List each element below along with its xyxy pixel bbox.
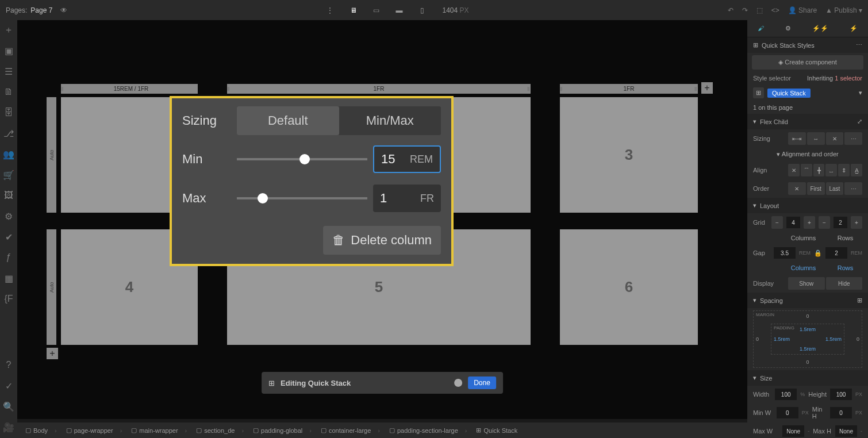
margin-left[interactable]: 0 [756, 336, 759, 342]
create-component-button[interactable]: ◈ Create component [752, 55, 863, 70]
crumb-quick-stack[interactable]: ⊞ Quick Stack [471, 427, 529, 434]
min-slider[interactable] [237, 158, 367, 160]
undo-icon[interactable]: ↶ [728, 6, 733, 14]
height-input[interactable] [830, 389, 852, 400]
crumb-main-wrapper[interactable]: ▢ main-wrapper [126, 427, 191, 434]
max-value-input[interactable]: 1 FR [373, 185, 441, 212]
spacing-box[interactable]: MARGIN 0 0 0 0 PADDING 1.5rem 1.5rem 1.5… [753, 310, 862, 368]
search-icon[interactable]: 🔍 [2, 400, 15, 413]
align-none-button[interactable]: ✕ [788, 164, 800, 176]
publish-button[interactable]: ▲ Publish ▾ [825, 6, 862, 14]
alignment-order-toggle[interactable]: ▾ Alignment and order [777, 151, 839, 158]
order-none-button[interactable]: ✕ [788, 182, 806, 195]
brush-icon[interactable]: 🖌 [758, 25, 764, 32]
variables-icon[interactable]: ƒ [2, 251, 15, 264]
margin-right[interactable]: 0 [857, 336, 859, 342]
gap-col-input[interactable] [774, 247, 796, 259]
cols-minus-button[interactable]: − [771, 216, 783, 229]
audit-icon[interactable]: ✔ [2, 230, 15, 243]
crumb-container-large[interactable]: ▢ container-large [316, 427, 385, 434]
sizing-more-button[interactable]: ⋯ [844, 132, 862, 145]
row-handle-2[interactable]: Auto [47, 229, 56, 345]
more-icon[interactable]: ⋯ [856, 41, 862, 49]
toggle-icon[interactable] [454, 379, 462, 387]
rows-input[interactable] [834, 217, 847, 228]
display-show-button[interactable]: Show [788, 277, 825, 290]
selector-dropdown-icon[interactable]: ▾ [859, 89, 862, 97]
crumb-padding-section[interactable]: ▢ padding-section-large [385, 427, 471, 434]
pages-dropdown[interactable]: Pages: Page 7 👁 [6, 6, 67, 14]
tab-minmax[interactable]: Min/Max [339, 106, 441, 135]
tablet-landscape-icon[interactable]: ▬ [394, 6, 405, 15]
users-icon[interactable]: 👥 [2, 148, 15, 160]
box-icon[interactable]: ▣ [2, 44, 15, 57]
tablet-icon[interactable]: ▭ [371, 6, 382, 15]
align-start-button[interactable]: ⎴ [801, 164, 812, 176]
pages-icon[interactable]: 🗎 [2, 86, 15, 98]
crumb-page-wrapper[interactable]: ▢ page-wrapper [62, 427, 127, 434]
settings-icon[interactable]: ⚙ [2, 210, 15, 222]
maxw-input[interactable] [782, 425, 804, 437]
crumb-body[interactable]: ▢ Body [21, 427, 62, 434]
interactions-icon[interactable]: ⚡⚡ [812, 25, 828, 32]
col-header-1[interactable]: ⦀15REM / 1FR [61, 84, 198, 94]
crumb-section[interactable]: ▢ section_de [191, 427, 248, 434]
order-more-button[interactable]: ⋯ [844, 182, 862, 195]
effects-icon[interactable]: ⚡ [850, 25, 858, 32]
help-icon[interactable]: ? [2, 359, 15, 371]
delete-column-button[interactable]: 🗑 Delete column [323, 226, 441, 255]
flex-child-section[interactable]: ▾ Flex Child⤢ [747, 114, 868, 129]
tab-default[interactable]: Default [237, 106, 339, 135]
col-header-2[interactable]: ⦀1FR⦀ [227, 84, 531, 94]
add-column-button[interactable]: + [701, 82, 713, 94]
minw-input[interactable] [777, 407, 798, 418]
min-slider-thumb[interactable] [299, 154, 310, 164]
max-slider-thumb[interactable] [258, 193, 268, 203]
mobile-icon[interactable]: ▯ [417, 6, 428, 15]
padding-top[interactable]: 1.5rem [800, 326, 816, 332]
align-baseline-button[interactable]: A̲ [851, 164, 862, 176]
gear-icon[interactable]: ⚙ [785, 25, 791, 32]
columns-input[interactable] [786, 217, 800, 228]
order-last-button[interactable]: Last [826, 182, 844, 195]
cols-plus-button[interactable]: + [804, 216, 815, 229]
crumb-padding-global[interactable]: ▢ padding-global [248, 427, 316, 434]
align-end-button[interactable]: ⎵ [825, 164, 837, 176]
rows-plus-button[interactable]: + [851, 216, 862, 229]
assets-icon[interactable]: 🖼 [2, 189, 15, 202]
video-icon[interactable]: 🎥 [2, 421, 15, 433]
lock-icon[interactable]: 🔒 [814, 249, 822, 257]
max-slider[interactable] [237, 197, 367, 199]
min-value-input[interactable]: 15 REM [373, 145, 441, 173]
navigator-icon[interactable]: ☰ [2, 65, 15, 78]
rows-minus-button[interactable]: − [819, 216, 830, 229]
sizing-grow-button[interactable]: ↔ [807, 132, 825, 145]
align-center-button[interactable]: ╋ [813, 164, 825, 176]
margin-bottom[interactable]: 0 [806, 359, 809, 365]
redo-icon[interactable]: ↷ [742, 6, 748, 14]
row-handle-1[interactable]: Auto [47, 97, 56, 213]
col-header-3[interactable]: ⦀1FR⦀ [560, 84, 698, 94]
padding-left[interactable]: 1.5rem [774, 336, 790, 342]
padding-right[interactable]: 1.5rem [825, 336, 842, 342]
ecommerce-icon[interactable]: 🛒 [2, 168, 15, 181]
size-section[interactable]: ▾ Size [747, 370, 868, 386]
spacing-section[interactable]: ▾ Spacing⊞ [747, 293, 868, 308]
export-icon[interactable]: ⬚ [756, 6, 763, 14]
width-input[interactable] [775, 389, 797, 400]
grid-cell-6[interactable]: 6 [560, 229, 698, 345]
layout-section[interactable]: ▾ Layout [747, 198, 868, 213]
align-stretch-button[interactable]: ⇕ [838, 164, 850, 176]
add-element-icon[interactable]: ＋ [2, 24, 15, 36]
minh-input[interactable] [830, 407, 852, 418]
margin-top[interactable]: 0 [806, 313, 809, 319]
order-first-button[interactable]: First [807, 182, 825, 195]
padding-box[interactable]: PADDING 1.5rem 1.5rem 1.5rem 1.5rem [771, 324, 844, 355]
done-button[interactable]: Done [468, 376, 496, 389]
sizing-shrink-button[interactable]: ⇤⇥ [788, 132, 806, 145]
check-icon[interactable]: ✓ [2, 379, 15, 392]
logic-icon[interactable]: ⎇ [2, 127, 15, 140]
add-row-button[interactable]: + [47, 348, 58, 359]
display-hide-button[interactable]: Hide [826, 277, 863, 290]
share-button[interactable]: 👤 Share [788, 6, 817, 14]
